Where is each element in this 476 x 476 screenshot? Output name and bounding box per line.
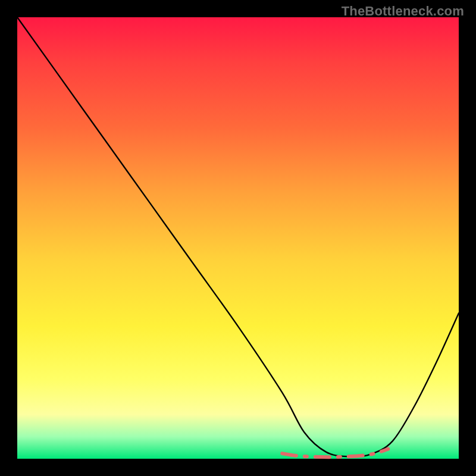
chart-frame: TheBottleneck.com	[0, 0, 476, 476]
plot-area	[17, 17, 459, 459]
bottleneck-curve	[17, 17, 459, 457]
curve-layer	[17, 17, 459, 459]
